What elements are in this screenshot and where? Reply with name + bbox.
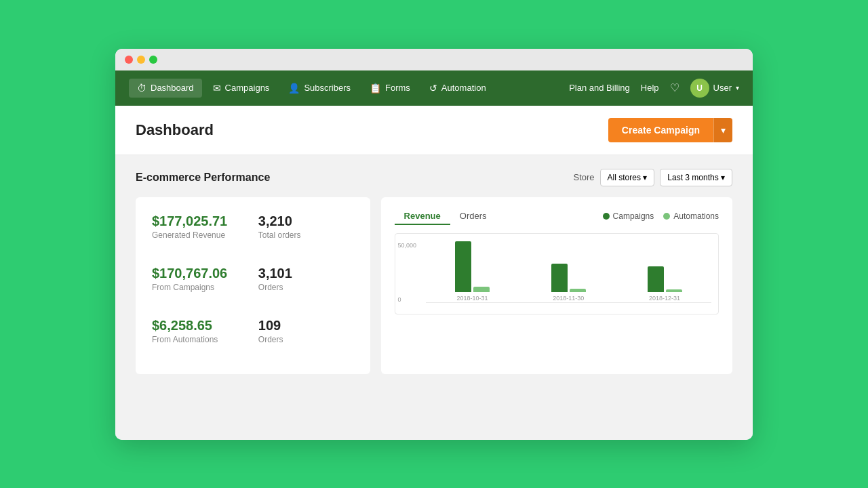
bar-automation-oct bbox=[473, 287, 490, 292]
nav-item-dashboard[interactable]: ⏱ Dashboard bbox=[129, 79, 202, 98]
nav-subscribers-label: Subscribers bbox=[304, 83, 351, 93]
bar-label-oct: 2018-10-31 bbox=[456, 295, 488, 302]
campaigns-orders-value: 3,101 bbox=[258, 266, 354, 281]
minimize-dot[interactable] bbox=[137, 56, 145, 64]
create-campaign-dropdown-button[interactable]: ▾ bbox=[713, 118, 732, 142]
bar-group-oct: 2018-10-31 bbox=[426, 238, 519, 302]
bar-label-nov: 2018-11-30 bbox=[553, 295, 584, 302]
tab-orders[interactable]: Orders bbox=[450, 208, 496, 225]
stats-card: $177,025.71 Generated Revenue 3,210 Tota… bbox=[136, 197, 370, 374]
bar-campaign-nov bbox=[551, 264, 568, 292]
subscribers-icon: 👤 bbox=[288, 83, 300, 94]
avatar: U bbox=[690, 79, 709, 98]
campaigns-orders-label: Orders bbox=[258, 283, 354, 292]
bar-chart: 50,000 0 2018-10-31 bbox=[395, 233, 719, 314]
automations-revenue-label: From Automations bbox=[152, 335, 248, 344]
total-orders-label: Total orders bbox=[258, 230, 354, 240]
bar-chart-inner: 2018-10-31 2018-11-30 bbox=[426, 241, 711, 302]
generated-revenue-label: Generated Revenue bbox=[152, 230, 248, 240]
user-menu[interactable]: U User ▾ bbox=[690, 79, 739, 98]
nav-left: ⏱ Dashboard ✉ Campaigns 👤 Subscribers 📋 … bbox=[129, 79, 569, 98]
nav-forms-label: Forms bbox=[385, 83, 410, 93]
campaigns-legend-label: Campaigns bbox=[613, 211, 654, 221]
y-label-bottom: 0 bbox=[398, 296, 401, 303]
stat-row-top: $177,025.71 Generated Revenue 3,210 Tota… bbox=[152, 214, 354, 253]
plan-billing-link[interactable]: Plan and Billing bbox=[569, 83, 630, 93]
chevron-down-icon: ▾ bbox=[736, 84, 739, 92]
close-dot[interactable] bbox=[125, 56, 133, 64]
forms-icon: 📋 bbox=[370, 83, 381, 94]
campaigns-revenue-stat: $170,767.06 From Campaigns bbox=[152, 266, 248, 292]
bar-campaign-oct bbox=[455, 241, 471, 292]
main-content: E-commerce Performance Store All stores … bbox=[115, 155, 753, 440]
nav-campaigns-label: Campaigns bbox=[225, 83, 270, 93]
bar-automation-dec bbox=[666, 289, 682, 292]
section-header: E-commerce Performance Store All stores … bbox=[136, 169, 732, 186]
total-orders-value: 3,210 bbox=[258, 214, 354, 229]
page-header: Dashboard Create Campaign ▾ bbox=[115, 106, 753, 155]
section-controls: Store All stores ▾ Last 3 months ▾ bbox=[574, 169, 732, 186]
bar-group-dec: 2018-12-31 bbox=[618, 238, 711, 302]
browser-window: ⏱ Dashboard ✉ Campaigns 👤 Subscribers 📋 … bbox=[115, 49, 753, 440]
nav-item-subscribers[interactable]: 👤 Subscribers bbox=[280, 79, 359, 98]
nav-item-automation[interactable]: ↺ Automation bbox=[421, 79, 494, 98]
tab-revenue[interactable]: Revenue bbox=[395, 208, 450, 225]
campaigns-revenue-label: From Campaigns bbox=[152, 283, 248, 292]
automations-orders-label: Orders bbox=[258, 335, 354, 344]
help-link[interactable]: Help bbox=[641, 83, 659, 93]
nav-item-campaigns[interactable]: ✉ Campaigns bbox=[205, 79, 278, 98]
heart-icon[interactable]: ♡ bbox=[670, 81, 679, 94]
bar-group-nov: 2018-11-30 bbox=[521, 238, 615, 302]
chart-card: Revenue Orders Campaigns Automations bbox=[381, 197, 732, 374]
section-title: E-commerce Performance bbox=[136, 171, 270, 184]
automations-orders-stat: 109 Orders bbox=[258, 318, 354, 358]
automations-revenue-value: $6,258.65 bbox=[152, 318, 248, 333]
bar-automation-nov bbox=[570, 289, 586, 292]
total-orders-stat: 3,210 Total orders bbox=[258, 214, 354, 253]
nav-automation-label: Automation bbox=[441, 83, 486, 93]
bar-campaign-dec bbox=[648, 266, 664, 292]
campaigns-revenue-value: $170,767.06 bbox=[152, 266, 248, 281]
chart-legend: Campaigns Automations bbox=[603, 211, 719, 221]
time-dropdown[interactable]: Last 3 months ▾ bbox=[660, 169, 732, 186]
stat-row-bot: $6,258.65 From Automations 109 Orders bbox=[152, 318, 354, 358]
automation-icon: ↺ bbox=[429, 83, 437, 94]
store-dropdown[interactable]: All stores ▾ bbox=[600, 169, 655, 186]
automations-legend-label: Automations bbox=[673, 211, 719, 221]
automations-revenue-stat: $6,258.65 From Automations bbox=[152, 318, 248, 344]
campaigns-orders-stat: 3,101 Orders bbox=[258, 266, 354, 306]
generated-revenue-stat: $177,025.71 Generated Revenue bbox=[152, 214, 248, 240]
nav-item-forms[interactable]: 📋 Forms bbox=[361, 79, 418, 98]
automations-legend-dot bbox=[663, 213, 670, 220]
nav-dashboard-label: Dashboard bbox=[151, 83, 194, 93]
bars-dec bbox=[648, 238, 682, 292]
store-label: Store bbox=[574, 172, 595, 182]
bars-oct bbox=[455, 238, 490, 292]
generated-revenue-value: $177,025.71 bbox=[152, 214, 248, 229]
page-title: Dashboard bbox=[136, 121, 214, 139]
user-label: User bbox=[713, 83, 732, 93]
bars-nov bbox=[551, 238, 586, 292]
divider-bottom bbox=[426, 302, 711, 303]
stats-row: $177,025.71 Generated Revenue 3,210 Tota… bbox=[136, 197, 732, 374]
y-label-top: 50,000 bbox=[398, 242, 417, 249]
campaigns-icon: ✉ bbox=[213, 83, 221, 94]
automations-orders-value: 109 bbox=[258, 318, 354, 333]
browser-titlebar bbox=[115, 49, 753, 70]
nav-bar: ⏱ Dashboard ✉ Campaigns 👤 Subscribers 📋 … bbox=[115, 70, 753, 106]
create-campaign-button[interactable]: Create Campaign ▾ bbox=[608, 118, 732, 142]
stat-row-mid: $170,767.06 From Campaigns 3,101 Orders bbox=[152, 266, 354, 306]
campaigns-legend-dot bbox=[603, 213, 610, 220]
legend-campaigns: Campaigns bbox=[603, 211, 654, 221]
dashboard-icon: ⏱ bbox=[137, 83, 146, 94]
chart-tabs-row: Revenue Orders Campaigns Automations bbox=[395, 208, 719, 225]
create-campaign-main-button[interactable]: Create Campaign bbox=[608, 118, 713, 142]
maximize-dot[interactable] bbox=[149, 56, 157, 64]
legend-automations: Automations bbox=[663, 211, 719, 221]
bar-label-dec: 2018-12-31 bbox=[649, 295, 680, 302]
nav-right: Plan and Billing Help ♡ U User ▾ bbox=[569, 79, 739, 98]
